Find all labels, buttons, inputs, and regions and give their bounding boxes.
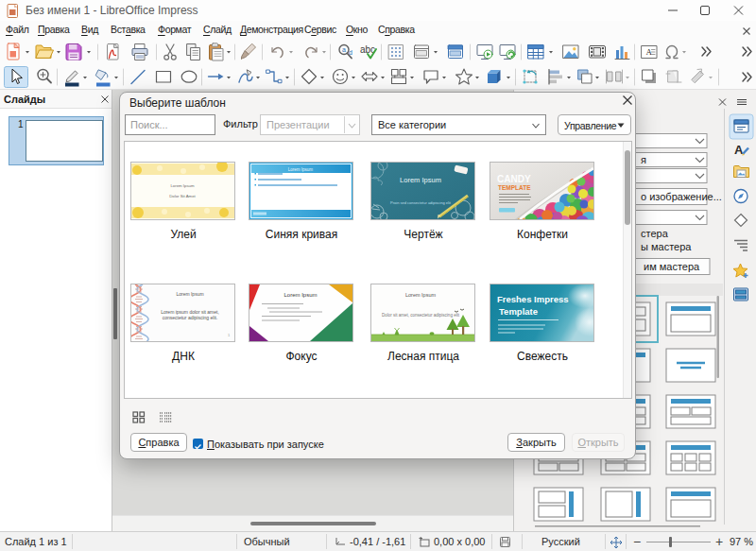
svg-text:им мастера: им мастера [644,261,700,272]
svg-text:CANDY: CANDY [497,174,531,184]
svg-text:о изображение...: о изображение... [641,191,722,202]
svg-text:Lorem Ipsum: Lorem Ipsum [288,167,314,172]
svg-text:стера: стера [641,228,669,239]
svg-text:Lorem Ipsum: Lorem Ipsum [170,183,194,188]
svg-text:ы мастера: ы мастера [641,241,692,252]
svg-text:Lorem Ipsum: Lorem Ipsum [284,292,317,298]
svg-text:Dolor sit amet, consectetur ad: Dolor sit amet, consectetur adipiscing e… [382,313,460,318]
svg-text:d: d [349,49,352,56]
svg-text:TEMPLATE: TEMPLATE [498,184,531,191]
svg-text:consectetur adipiscing elit.: consectetur adipiscing elit. [163,315,218,320]
svg-text:Dolor Sit Amet: Dolor Sit Amet [169,194,196,198]
svg-text:Lorem Ipsum: Lorem Ipsum [400,176,441,184]
svg-text:я: я [641,154,646,165]
svg-text:Template: Template [499,306,538,317]
svg-text:Lorem Ipsum: Lorem Ipsum [405,292,437,298]
svg-text:Freshes Impress: Freshes Impress [497,294,569,304]
svg-text:Lorem Ipsum: Lorem Ipsum [176,291,203,297]
svg-text:Proin sed consectetur adipisci: Proin sed consectetur adipiscing elit [390,200,452,205]
svg-text:a: a [342,46,346,53]
